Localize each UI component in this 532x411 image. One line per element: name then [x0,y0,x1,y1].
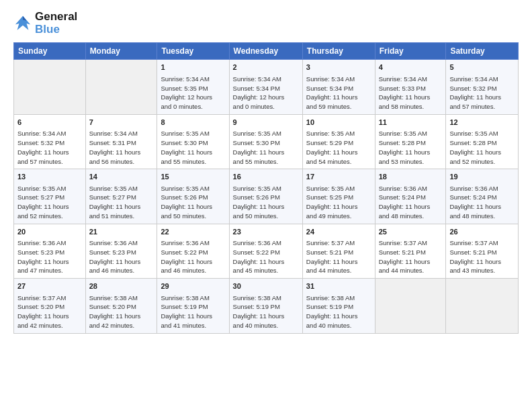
day-number: 8 [161,118,225,128]
calendar-cell: 5Sunrise: 5:34 AMSunset: 5:32 PMDaylight… [446,60,519,114]
day-info: Sunrise: 5:34 AMSunset: 5:33 PMDaylight:… [379,75,443,111]
day-number: 5 [449,62,515,73]
day-info: Sunrise: 5:34 AMSunset: 5:32 PMDaylight:… [17,129,82,166]
day-number: 18 [379,172,443,182]
calendar-cell: 19Sunrise: 5:36 AMSunset: 5:24 PMDayligh… [446,169,519,224]
day-info: Sunrise: 5:36 AMSunset: 5:23 PMDaylight:… [89,238,154,275]
page: General Blue SundayMondayTuesdayWednesda… [0,0,532,345]
col-header-friday: Friday [375,43,446,60]
calendar-cell: 26Sunrise: 5:37 AMSunset: 5:21 PMDayligh… [446,224,519,278]
calendar-cell: 23Sunrise: 5:36 AMSunset: 5:22 PMDayligh… [229,224,302,278]
calendar-cell [375,279,446,333]
calendar-cell: 14Sunrise: 5:35 AMSunset: 5:27 PMDayligh… [85,169,157,224]
day-number: 22 [161,227,225,237]
day-number: 1 [161,62,225,73]
day-info: Sunrise: 5:37 AMSunset: 5:21 PMDaylight:… [449,238,515,275]
day-info: Sunrise: 5:34 AMSunset: 5:32 PMDaylight:… [449,75,515,111]
calendar-table: SundayMondayTuesdayWednesdayThursdayFrid… [13,42,519,333]
logo-text: General Blue [35,11,77,36]
header: General Blue [13,11,519,36]
day-info: Sunrise: 5:36 AMSunset: 5:24 PMDaylight:… [449,184,515,221]
col-header-saturday: Saturday [446,43,519,60]
day-info: Sunrise: 5:35 AMSunset: 5:25 PMDaylight:… [306,184,371,221]
day-info: Sunrise: 5:34 AMSunset: 5:34 PMDaylight:… [306,75,371,111]
day-info: Sunrise: 5:37 AMSunset: 5:20 PMDaylight:… [17,293,82,330]
calendar-cell: 4Sunrise: 5:34 AMSunset: 5:33 PMDaylight… [375,60,446,114]
day-info: Sunrise: 5:35 AMSunset: 5:26 PMDaylight:… [161,184,225,221]
calendar-cell: 17Sunrise: 5:35 AMSunset: 5:25 PMDayligh… [302,169,375,224]
day-number: 31 [306,281,371,291]
day-number: 3 [306,62,371,73]
day-info: Sunrise: 5:38 AMSunset: 5:19 PMDaylight:… [233,293,299,330]
day-number: 17 [306,172,371,182]
calendar-cell: 7Sunrise: 5:34 AMSunset: 5:31 PMDaylight… [85,114,157,169]
calendar-cell: 21Sunrise: 5:36 AMSunset: 5:23 PMDayligh… [85,224,157,278]
day-number: 4 [379,62,443,73]
day-info: Sunrise: 5:35 AMSunset: 5:28 PMDaylight:… [379,129,443,166]
calendar-cell: 6Sunrise: 5:34 AMSunset: 5:32 PMDaylight… [14,114,86,169]
week-row-3: 13Sunrise: 5:35 AMSunset: 5:27 PMDayligh… [14,169,519,224]
calendar-cell: 1Sunrise: 5:34 AMSunset: 5:35 PMDaylight… [157,60,229,114]
day-info: Sunrise: 5:36 AMSunset: 5:24 PMDaylight:… [379,184,443,221]
day-number: 24 [306,227,371,237]
day-number: 13 [17,172,82,182]
day-info: Sunrise: 5:35 AMSunset: 5:28 PMDaylight:… [449,129,515,166]
day-number: 19 [449,172,515,182]
calendar-cell: 10Sunrise: 5:35 AMSunset: 5:29 PMDayligh… [302,114,375,169]
day-number: 9 [233,118,299,128]
logo: General Blue [13,11,77,36]
calendar-cell: 27Sunrise: 5:37 AMSunset: 5:20 PMDayligh… [14,279,86,333]
header-row: SundayMondayTuesdayWednesdayThursdayFrid… [14,43,519,60]
calendar-cell: 24Sunrise: 5:37 AMSunset: 5:21 PMDayligh… [302,224,375,278]
day-info: Sunrise: 5:38 AMSunset: 5:19 PMDaylight:… [306,293,371,330]
day-info: Sunrise: 5:35 AMSunset: 5:29 PMDaylight:… [306,129,371,166]
calendar-cell [14,60,86,114]
calendar-cell: 13Sunrise: 5:35 AMSunset: 5:27 PMDayligh… [14,169,86,224]
col-header-thursday: Thursday [302,43,375,60]
col-header-wednesday: Wednesday [229,43,302,60]
day-number: 21 [89,227,154,237]
day-number: 11 [379,118,443,128]
calendar-cell: 15Sunrise: 5:35 AMSunset: 5:26 PMDayligh… [157,169,229,224]
day-info: Sunrise: 5:37 AMSunset: 5:21 PMDaylight:… [306,238,371,275]
day-info: Sunrise: 5:35 AMSunset: 5:27 PMDaylight:… [17,184,82,221]
calendar-cell: 30Sunrise: 5:38 AMSunset: 5:19 PMDayligh… [229,279,302,333]
calendar-cell [85,60,157,114]
day-number: 28 [89,281,154,291]
calendar-cell [446,279,519,333]
calendar-cell: 8Sunrise: 5:35 AMSunset: 5:30 PMDaylight… [157,114,229,169]
day-number: 25 [379,227,443,237]
day-number: 12 [449,118,515,128]
col-header-monday: Monday [85,43,157,60]
calendar-cell: 2Sunrise: 5:34 AMSunset: 5:34 PMDaylight… [229,60,302,114]
calendar-cell: 20Sunrise: 5:36 AMSunset: 5:23 PMDayligh… [14,224,86,278]
day-number: 27 [17,281,82,291]
day-info: Sunrise: 5:38 AMSunset: 5:20 PMDaylight:… [89,293,154,330]
week-row-2: 6Sunrise: 5:34 AMSunset: 5:32 PMDaylight… [14,114,519,169]
col-header-tuesday: Tuesday [157,43,229,60]
calendar-cell: 3Sunrise: 5:34 AMSunset: 5:34 PMDaylight… [302,60,375,114]
day-info: Sunrise: 5:35 AMSunset: 5:26 PMDaylight:… [233,184,299,221]
week-row-4: 20Sunrise: 5:36 AMSunset: 5:23 PMDayligh… [14,224,519,278]
col-header-sunday: Sunday [14,43,86,60]
logo-icon [13,14,32,33]
day-info: Sunrise: 5:35 AMSunset: 5:27 PMDaylight:… [89,184,154,221]
day-number: 15 [161,172,225,182]
day-number: 23 [233,227,299,237]
calendar-cell: 12Sunrise: 5:35 AMSunset: 5:28 PMDayligh… [446,114,519,169]
calendar-cell: 25Sunrise: 5:37 AMSunset: 5:21 PMDayligh… [375,224,446,278]
day-number: 16 [233,172,299,182]
day-info: Sunrise: 5:38 AMSunset: 5:19 PMDaylight:… [161,293,225,330]
calendar-cell: 28Sunrise: 5:38 AMSunset: 5:20 PMDayligh… [85,279,157,333]
day-number: 14 [89,172,154,182]
day-number: 2 [233,62,299,73]
day-number: 6 [17,118,82,128]
day-number: 20 [17,227,82,237]
calendar-cell: 22Sunrise: 5:36 AMSunset: 5:22 PMDayligh… [157,224,229,278]
day-info: Sunrise: 5:37 AMSunset: 5:21 PMDaylight:… [379,238,443,275]
calendar-cell: 11Sunrise: 5:35 AMSunset: 5:28 PMDayligh… [375,114,446,169]
day-info: Sunrise: 5:34 AMSunset: 5:31 PMDaylight:… [89,129,154,166]
day-number: 30 [233,281,299,291]
week-row-5: 27Sunrise: 5:37 AMSunset: 5:20 PMDayligh… [14,279,519,333]
day-number: 10 [306,118,371,128]
